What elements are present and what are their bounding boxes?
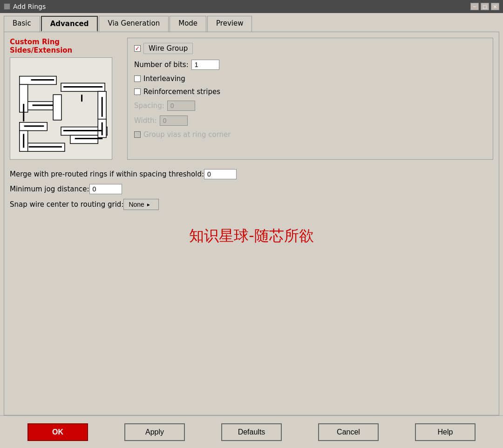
button-bar: OK Apply Defaults Cancel Help [0, 415, 503, 448]
restore-button[interactable]: □ [481, 3, 489, 10]
number-of-bits-row: Number of bits: [134, 60, 486, 70]
minimize-button[interactable]: − [470, 3, 479, 10]
ok-button[interactable]: OK [27, 423, 88, 441]
group-vias-row: Group vias at ring corner [134, 130, 486, 139]
wire-group-box: ✓ Wire Group Number of bits: Interleavin… [127, 38, 493, 160]
window-controls: − □ ✕ [470, 3, 499, 10]
interleaving-label: Interleaving [143, 75, 185, 83]
svg-rect-11 [70, 135, 98, 143]
snap-label: Snap wire center to routing grid: [10, 200, 123, 209]
width-input [160, 115, 188, 126]
spacing-row: Spacing: [134, 101, 486, 111]
min-jog-label: Minimum jog distance: [10, 185, 89, 193]
reinforcement-checkbox[interactable] [134, 88, 141, 95]
min-jog-input[interactable] [89, 184, 122, 194]
custom-ring-box: Custom Ring Sides/Extension [10, 38, 122, 160]
help-button[interactable]: Help [415, 423, 476, 441]
watermark: 知识星球-随芯所欲 [10, 217, 493, 251]
merge-input[interactable] [204, 169, 237, 179]
merge-row: Merge with pre-routed rings if within sp… [10, 169, 493, 179]
tab-advanced[interactable]: Advanced [41, 16, 98, 32]
min-jog-row: Minimum jog distance: [10, 184, 493, 194]
dropdown-arrow-icon: ► [146, 202, 151, 207]
width-label: Width: [134, 116, 157, 125]
content-area: Custom Ring Sides/Extension [4, 32, 499, 415]
reinforcement-label: Reinforcement stripes [143, 88, 220, 96]
main-window: Basic Advanced Via Generation Mode Previ… [0, 13, 503, 448]
close-button[interactable]: ✕ [491, 3, 499, 10]
app-icon [4, 3, 10, 10]
snap-dropdown-value: None [129, 201, 144, 208]
group-vias-checkbox [134, 131, 141, 138]
wire-group-header: ✓ Wire Group [134, 43, 486, 54]
number-of-bits-label: Number of bits: [134, 61, 189, 69]
tab-via-generation[interactable]: Via Generation [99, 16, 169, 32]
title-bar: Add Rings − □ ✕ [0, 0, 503, 13]
spacing-input [167, 101, 195, 111]
wire-group-checkbox[interactable]: ✓ [134, 45, 141, 52]
reinforcement-row: Reinforcement stripes [134, 88, 486, 96]
ring-diagram-svg [10, 58, 112, 159]
window-title: Add Rings [13, 3, 46, 10]
interleaving-row: Interleaving [134, 75, 486, 83]
tab-bar: Basic Advanced Via Generation Mode Previ… [0, 13, 503, 32]
interleaving-checkbox[interactable] [134, 75, 141, 82]
defaults-button[interactable]: Defaults [221, 423, 282, 441]
merge-label: Merge with pre-routed rings if within sp… [10, 170, 204, 178]
tab-basic[interactable]: Basic [4, 16, 40, 32]
wire-group-title: Wire Group [143, 43, 193, 54]
custom-ring-title: Custom Ring Sides/Extension [10, 38, 122, 54]
group-vias-label: Group vias at ring corner [143, 130, 231, 139]
spacing-label: Spacing: [134, 102, 164, 110]
svg-rect-4 [53, 95, 61, 120]
apply-button[interactable]: Apply [124, 423, 185, 441]
bottom-section: Merge with pre-routed rings if within sp… [10, 167, 493, 217]
snap-dropdown[interactable]: None ► [123, 199, 158, 210]
number-of-bits-input[interactable] [191, 60, 219, 70]
ring-diagram [10, 57, 112, 160]
snap-row: Snap wire center to routing grid: None ► [10, 199, 493, 210]
tab-mode[interactable]: Mode [170, 16, 206, 32]
cancel-button[interactable]: Cancel [318, 423, 379, 441]
width-row: Width: [134, 115, 486, 126]
tab-preview[interactable]: Preview [207, 16, 252, 32]
top-section: Custom Ring Sides/Extension [10, 38, 493, 160]
